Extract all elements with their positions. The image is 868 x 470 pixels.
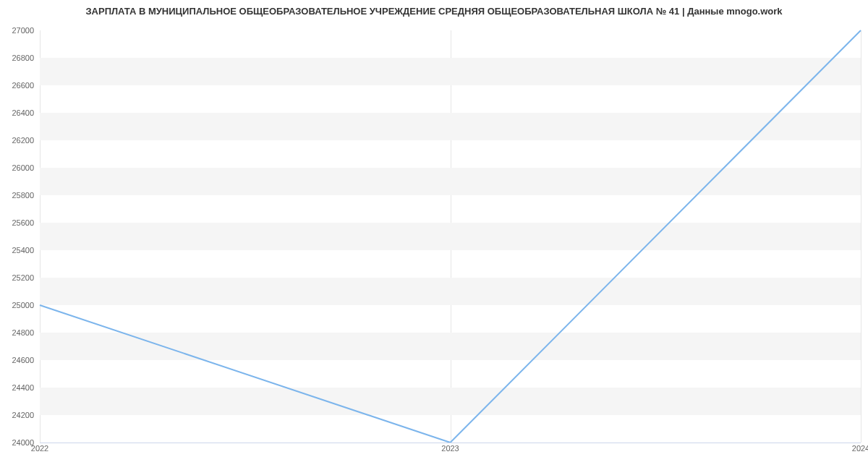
- y-tick-label: 26600: [12, 81, 40, 90]
- y-tick-label: 25600: [12, 218, 40, 227]
- y-tick-label: 24200: [12, 411, 40, 419]
- x-tick-label: 2022: [31, 444, 48, 453]
- y-tick-label: 26000: [12, 163, 40, 172]
- y-tick-label: 26800: [12, 54, 40, 62]
- x-tick-label: 2024: [852, 444, 868, 453]
- y-tick-label: 25400: [12, 246, 40, 255]
- y-tick-label: 26200: [12, 136, 40, 145]
- y-tick-label: 24400: [12, 383, 40, 392]
- y-tick-label: 25000: [12, 301, 40, 309]
- y-tick-label: 27000: [12, 26, 40, 35]
- y-tick-label: 25200: [12, 273, 40, 282]
- y-tick-label: 26400: [12, 108, 40, 117]
- x-tick-label: 2023: [441, 444, 459, 453]
- y-tick-label: 25800: [12, 191, 40, 200]
- salary-line-chart: ЗАРПЛАТА В МУНИЦИПАЛЬНОЕ ОБЩЕОБРАЗОВАТЕЛ…: [0, 0, 868, 470]
- chart-title: ЗАРПЛАТА В МУНИЦИПАЛЬНОЕ ОБЩЕОБРАЗОВАТЕЛ…: [0, 6, 868, 17]
- y-tick-label: 24800: [12, 328, 40, 337]
- data-line: [40, 30, 861, 443]
- grid-vertical: [861, 30, 861, 443]
- plot-area: 2400024200244002460024800250002520025400…: [40, 30, 861, 443]
- x-axis-line: [40, 443, 861, 443]
- y-tick-label: 24600: [12, 356, 40, 364]
